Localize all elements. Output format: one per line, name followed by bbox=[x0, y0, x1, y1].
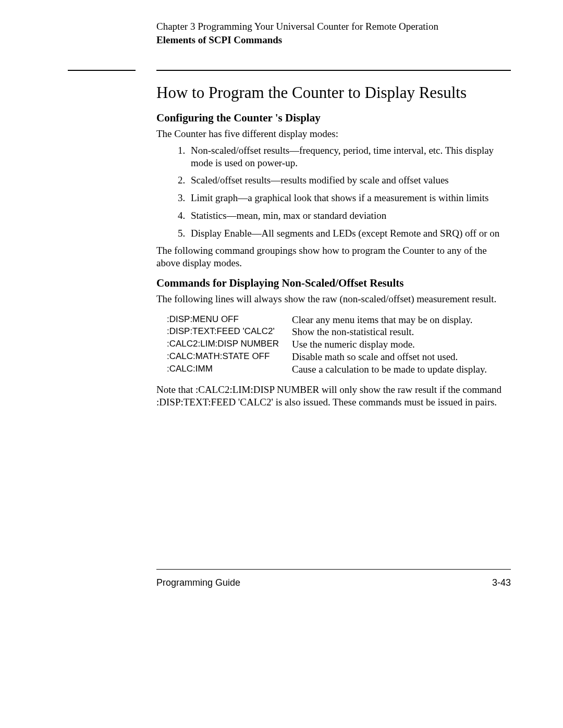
top-rule bbox=[156, 70, 511, 71]
page-title: How to Program the Counter to Display Re… bbox=[156, 83, 511, 102]
description-cell: Cause a calculation to be made to update… bbox=[292, 363, 521, 376]
intro-modes: The Counter has five different display m… bbox=[156, 128, 511, 140]
command-cell: :DISP:MENU OFF bbox=[167, 314, 292, 326]
command-cell: :CALC2:LIM:DISP NUMBER bbox=[167, 338, 292, 351]
table-row: :DISP:TEXT:FEED 'CALC2' Show the non-sta… bbox=[167, 326, 521, 338]
page: Chapter 3 Programming Your Universal Cou… bbox=[0, 0, 563, 728]
description-cell: Use the numeric display mode. bbox=[292, 338, 521, 351]
footer: Programming Guide 3-43 bbox=[156, 577, 511, 588]
command-cell: :DISP:TEXT:FEED 'CALC2' bbox=[167, 326, 292, 338]
table-row: :CALC:MATH:STATE OFF Disable math so sca… bbox=[167, 351, 521, 363]
para-after-list: The following command groupings show how… bbox=[156, 244, 511, 269]
chapter-line: Chapter 3 Programming Your Universal Cou… bbox=[156, 21, 511, 32]
table-row: :CALC2:LIM:DISP NUMBER Use the numeric d… bbox=[167, 338, 521, 351]
command-table: :DISP:MENU OFF Clear any menu items that… bbox=[167, 314, 521, 376]
mode-item: Display Enable—All segments and LEDs (ex… bbox=[188, 227, 511, 240]
subhead-commands: Commands for Displaying Non-Scaled/Offse… bbox=[156, 277, 511, 290]
left-rule bbox=[68, 70, 136, 71]
content: How to Program the Counter to Display Re… bbox=[156, 83, 511, 409]
footer-rule bbox=[156, 569, 511, 570]
footer-left: Programming Guide bbox=[156, 577, 240, 588]
description-cell: Clear any menu items that may be on disp… bbox=[292, 314, 521, 326]
description-cell: Disable math so scale and offset not use… bbox=[292, 351, 521, 363]
subhead-configuring: Configuring the Counter 's Display bbox=[156, 112, 511, 125]
section-line: Elements of SCPI Commands bbox=[156, 34, 511, 46]
mode-item: Statistics—mean, min, max or standard de… bbox=[188, 209, 511, 222]
mode-item: Limit graph—a graphical look that shows … bbox=[188, 192, 511, 204]
command-cell: :CALC:IMM bbox=[167, 363, 292, 376]
description-cell: Show the non-statistical result. bbox=[292, 326, 521, 338]
intro-commands: The following lines will always show the… bbox=[156, 293, 511, 305]
mode-item: Scaled/offset results—results modified b… bbox=[188, 174, 511, 187]
modes-list: Non-scaled/offset results—frequency, per… bbox=[156, 144, 511, 240]
table-row: :DISP:MENU OFF Clear any menu items that… bbox=[167, 314, 521, 326]
command-cell: :CALC:MATH:STATE OFF bbox=[167, 351, 292, 363]
mode-item: Non-scaled/offset results—frequency, per… bbox=[188, 144, 511, 169]
note-paragraph: Note that :CALC2:LIM:DISP NUMBER will on… bbox=[156, 384, 511, 409]
table-row: :CALC:IMM Cause a calculation to be made… bbox=[167, 363, 521, 376]
footer-right: 3-43 bbox=[492, 577, 511, 588]
page-header: Chapter 3 Programming Your Universal Cou… bbox=[156, 21, 511, 72]
